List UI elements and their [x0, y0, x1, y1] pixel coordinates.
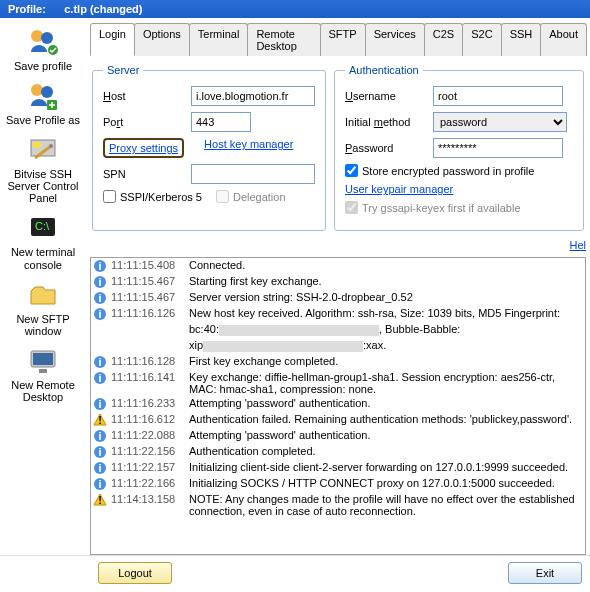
sidebar-save-profile[interactable]: Save profile [3, 24, 83, 74]
svg-text:i: i [98, 356, 101, 368]
svg-point-4 [41, 86, 53, 98]
sidebar-new-remote-desktop[interactable]: New Remote Desktop [3, 343, 83, 405]
port-input[interactable] [191, 112, 251, 132]
log-message: Connected. [189, 259, 583, 271]
log-message: bc:40:, Bubble-Babble: [189, 323, 583, 336]
sidebar-new-terminal[interactable]: C:\ New terminal console [3, 210, 83, 272]
svg-text:!: ! [98, 494, 102, 506]
info-icon: i [93, 461, 107, 475]
svg-rect-7 [33, 142, 41, 148]
info-icon: i [93, 259, 107, 273]
svg-text:i: i [98, 398, 101, 410]
sspi-checkbox[interactable] [103, 190, 116, 203]
info-icon: i [93, 477, 107, 491]
delegation-checkbox [216, 190, 229, 203]
sidebar-save-profile-as[interactable]: Save Profile as [3, 78, 83, 128]
sidebar-new-sftp[interactable]: New SFTP window [3, 277, 83, 339]
info-icon: i [93, 397, 107, 411]
title-bar: Profile: c.tlp (changed) [0, 0, 590, 18]
bottom-bar: Logout Exit [0, 555, 590, 592]
initial-method-select[interactable]: password [433, 112, 567, 132]
tab-login[interactable]: Login [90, 23, 135, 56]
terminal-icon: C:\ [27, 212, 59, 244]
log-timestamp: 11:11:15.467 [111, 275, 185, 287]
svg-text:i: i [98, 430, 101, 442]
log-line: i11:11:22.088Attempting 'password' authe… [91, 428, 585, 444]
svg-rect-12 [33, 353, 53, 365]
tab-about[interactable]: About [540, 23, 587, 56]
password-input[interactable] [433, 138, 563, 158]
log-line: i11:11:22.166Initializing SOCKS / HTTP C… [91, 476, 585, 492]
log-message: First key exchange completed. [189, 355, 583, 367]
tab-c2s[interactable]: C2S [424, 23, 463, 56]
log-message: Authentication failed. Remaining authent… [189, 413, 583, 425]
warning-icon: ! [93, 493, 107, 507]
host-label: Host [103, 90, 185, 102]
initial-method-label: Initial method [345, 116, 427, 128]
log-message: Attempting 'password' authentication. [189, 397, 583, 409]
tab-sftp[interactable]: SFTP [320, 23, 366, 56]
log-message: Initializing client-side client-2-server… [189, 461, 583, 473]
svg-text:i: i [98, 446, 101, 458]
sidebar-item-label: New Remote Desktop [5, 379, 81, 403]
log-message: xip:xax. [189, 339, 583, 352]
tab-terminal[interactable]: Terminal [189, 23, 249, 56]
log-line: i11:11:16.141Key exchange: diffie-hellma… [91, 370, 585, 396]
log-message: Initializing SOCKS / HTTP CONNECT proxy … [189, 477, 583, 489]
tab-bar: Login Options Terminal Remote Desktop SF… [90, 22, 586, 56]
info-icon: i [93, 355, 107, 369]
log-timestamp: 11:11:15.467 [111, 291, 185, 303]
proxy-settings-link[interactable]: Proxy settings [109, 142, 178, 154]
log-timestamp: 11:11:22.088 [111, 429, 185, 441]
log-timestamp: 11:11:15.408 [111, 259, 185, 271]
svg-point-3 [31, 84, 43, 96]
tab-services[interactable]: Services [365, 23, 425, 56]
host-input[interactable] [191, 86, 315, 106]
log-line: i11:11:15.408Connected. [91, 258, 585, 274]
tab-options[interactable]: Options [134, 23, 190, 56]
info-icon: i [93, 371, 107, 385]
svg-text:i: i [98, 276, 101, 288]
auth-legend: Authentication [345, 64, 423, 76]
log-panel[interactable]: i11:11:15.408Connected.i11:11:15.467Star… [90, 257, 586, 555]
tab-remote-desktop[interactable]: Remote Desktop [247, 23, 320, 56]
spn-label: SPN [103, 168, 185, 180]
server-legend: Server [103, 64, 143, 76]
tab-s2c[interactable]: S2C [462, 23, 501, 56]
help-link[interactable]: Hel [569, 239, 586, 251]
port-label: Port [103, 116, 185, 128]
log-line: i11:11:15.467Server version string: SSH-… [91, 290, 585, 306]
svg-text:i: i [98, 372, 101, 384]
log-message: Server version string: SSH-2.0-dropbear_… [189, 291, 583, 303]
blank-icon [93, 323, 107, 337]
gssapi-label: Try gssapi-keyex first if available [362, 202, 521, 214]
username-input[interactable] [433, 86, 563, 106]
log-line: i11:11:22.156Authentication completed. [91, 444, 585, 460]
store-password-checkbox[interactable] [345, 164, 358, 177]
svg-point-0 [31, 30, 43, 42]
svg-text:!: ! [98, 414, 102, 426]
spn-input[interactable] [191, 164, 315, 184]
proxy-settings-highlight: Proxy settings [103, 138, 184, 158]
logout-button[interactable]: Logout [98, 562, 172, 584]
tab-ssh[interactable]: SSH [501, 23, 542, 56]
sidebar-item-label: New terminal console [5, 246, 81, 270]
svg-text:i: i [98, 308, 101, 320]
sidebar-item-label: Bitvise SSH Server Control Panel [5, 168, 81, 204]
password-label: Password [345, 142, 427, 154]
log-timestamp: 11:11:16.126 [111, 307, 185, 319]
log-timestamp: 11:11:22.156 [111, 445, 185, 457]
svg-text:C:\: C:\ [35, 220, 50, 232]
sidebar-server-control-panel[interactable]: Bitvise SSH Server Control Panel [3, 132, 83, 206]
svg-text:i: i [98, 462, 101, 474]
info-icon: i [93, 307, 107, 321]
gssapi-checkbox [345, 201, 358, 214]
host-key-manager-link[interactable]: Host key manager [204, 138, 293, 158]
sidebar-item-label: New SFTP window [5, 313, 81, 337]
info-icon: i [93, 275, 107, 289]
info-icon: i [93, 429, 107, 443]
exit-button[interactable]: Exit [508, 562, 582, 584]
log-line: !11:11:16.612Authentication failed. Rema… [91, 412, 585, 428]
user-keypair-manager-link[interactable]: User keypair manager [345, 183, 453, 195]
log-message: NOTE: Any changes made to the profile wi… [189, 493, 583, 517]
